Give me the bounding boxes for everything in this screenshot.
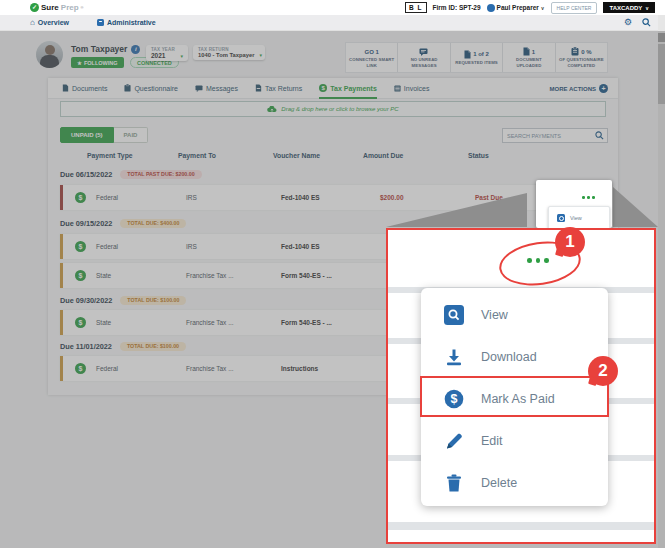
brand-light: Prep (61, 3, 79, 12)
home-icon: ⌂ (30, 19, 35, 27)
chevron-down-icon: ∨ (541, 5, 545, 11)
edit-pencil-icon (444, 431, 464, 451)
delete-trash-icon (444, 473, 464, 493)
annotation-balloon-1: 1 (555, 227, 585, 257)
mini-actions-menu: View (548, 206, 610, 230)
sureprep-logo: ✓ SurePrep® (30, 3, 84, 12)
nav-administrative-label: Administrative (107, 19, 156, 26)
row-actions-menu-icon[interactable] (582, 196, 595, 199)
help-center-button[interactable]: HELP CENTER (551, 2, 598, 14)
source-row-card: View (536, 180, 612, 228)
taxcaddy-button[interactable]: TAXCADDY ∨ (603, 2, 655, 13)
chevron-down-icon: ∨ (645, 5, 649, 11)
firm-id-label: Firm ID: SPT-29 (433, 4, 481, 11)
menu-item-download[interactable]: Download (421, 336, 608, 378)
annotation-balloon-2: 2 (588, 356, 618, 386)
taxcaddy-label: TAXCADDY (609, 5, 642, 11)
menu-item-edit-label: Edit (481, 434, 503, 448)
menu-item-delete-label: Delete (481, 476, 517, 490)
brand-bold: Sure (41, 3, 59, 12)
mini-view-item[interactable]: View (570, 215, 582, 221)
view-icon (444, 305, 464, 325)
nav-overview-label: Overview (38, 19, 69, 26)
gear-icon[interactable]: ⚙ (624, 18, 632, 27)
view-icon (557, 214, 565, 222)
nav-item-overview[interactable]: ⌂ Overview (30, 19, 69, 27)
user-name: Paul Preparer (497, 4, 539, 11)
row-gap (388, 522, 654, 530)
annotation-highlight-rect (420, 376, 609, 417)
menu-item-download-label: Download (481, 350, 537, 364)
menu-item-view-label: View (481, 308, 508, 322)
download-icon (444, 347, 464, 367)
sureprep-check-icon: ✓ (30, 3, 39, 12)
top-bar: ✓ SurePrep® B L Firm ID: SPT-29 Paul Pre… (0, 0, 665, 15)
nav-bar: ⌂ Overview Administrative ⚙ (0, 15, 665, 31)
annotation-2-number: 2 (598, 361, 607, 381)
user-menu[interactable]: Paul Preparer ∨ (487, 4, 545, 12)
menu-item-delete[interactable]: Delete (421, 462, 608, 504)
user-icon (487, 4, 495, 12)
firm-logo-badge: B L (405, 2, 426, 13)
app-window: ✓ SurePrep® B L Firm ID: SPT-29 Paul Pre… (0, 0, 665, 548)
admin-badge-icon (97, 19, 104, 26)
annotation-1-number: 1 (565, 232, 574, 252)
nav-item-administrative[interactable]: Administrative (97, 19, 156, 26)
menu-item-edit[interactable]: Edit (421, 420, 608, 462)
registered-mark: ® (81, 5, 84, 10)
search-icon[interactable] (642, 18, 651, 27)
menu-item-view[interactable]: View (421, 294, 608, 336)
